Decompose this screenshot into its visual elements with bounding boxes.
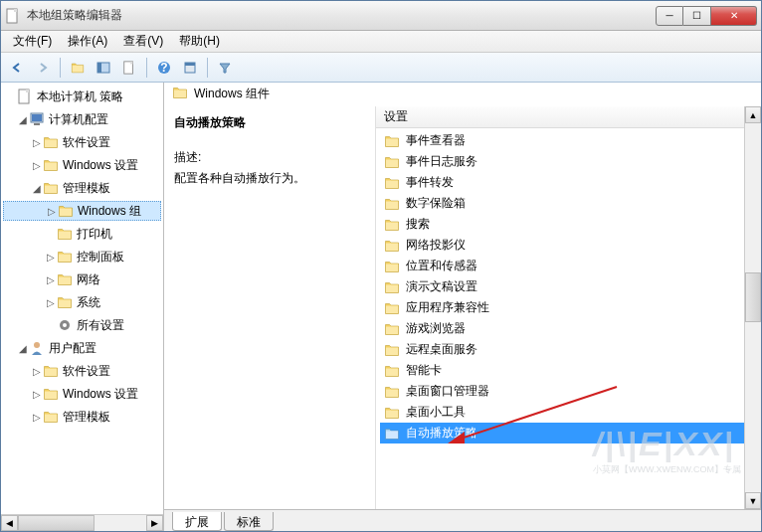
- list-item[interactable]: 位置和传感器: [380, 256, 757, 276]
- folder-icon: [384, 321, 400, 337]
- desc-label: 描述:: [174, 149, 365, 166]
- folder-icon: [384, 133, 400, 149]
- folder-icon: [384, 259, 400, 274]
- tree-network[interactable]: ▷网络: [3, 269, 161, 289]
- list-item[interactable]: 数字保险箱: [380, 193, 757, 214]
- folder-icon: [384, 217, 400, 233]
- tree-software-settings[interactable]: ▷软件设置: [3, 132, 161, 152]
- tree-u-admin[interactable]: ▷管理模板: [3, 407, 161, 427]
- up-button[interactable]: [66, 57, 90, 79]
- detail-pane: Windows 组件 自动播放策略 描述: 配置各种自动播放行为。 设置 事件查…: [164, 83, 761, 531]
- tree-system[interactable]: ▷系统: [3, 292, 161, 312]
- list-item[interactable]: 演示文稿设置: [380, 276, 757, 297]
- main-window: 本地组策略编辑器 ─ ☐ ✕ 文件(F) 操作(A) 查看(V) 帮助(H) ?…: [0, 0, 762, 532]
- menu-help[interactable]: 帮助(H): [171, 31, 228, 52]
- folder-icon: [384, 405, 400, 421]
- filter-button[interactable]: [213, 57, 237, 79]
- scroll-left-icon[interactable]: ◀: [1, 515, 18, 531]
- menubar: 文件(F) 操作(A) 查看(V) 帮助(H): [1, 31, 761, 53]
- folder-icon: [384, 363, 400, 379]
- list-body[interactable]: 事件查看器事件日志服务事件转发数字保险箱搜索网络投影仪位置和传感器演示文稿设置应…: [376, 128, 761, 509]
- folder-icon: [384, 238, 400, 254]
- svg-rect-12: [185, 63, 195, 66]
- settings-list-pane: 设置 事件查看器事件日志服务事件转发数字保险箱搜索网络投影仪位置和传感器演示文稿…: [375, 106, 761, 509]
- list-item[interactable]: 搜索: [380, 214, 757, 235]
- view-tabs: 扩展 标准: [164, 509, 761, 531]
- tree-root[interactable]: 本地计算机 策略: [3, 87, 161, 106]
- scroll-right-icon[interactable]: ▶: [146, 515, 163, 531]
- folder-icon: [384, 175, 400, 191]
- path-header: Windows 组件: [164, 83, 761, 106]
- minimize-button[interactable]: ─: [656, 6, 683, 26]
- description-pane: 自动播放策略 描述: 配置各种自动播放行为。: [164, 106, 375, 509]
- tree-windows-settings[interactable]: ▷Windows 设置: [3, 155, 161, 175]
- properties-button[interactable]: [178, 57, 202, 79]
- list-item[interactable]: 智能卡: [380, 360, 757, 381]
- policy-tree[interactable]: 本地计算机 策略 ◢计算机配置 ▷软件设置 ▷Windows 设置 ◢管理模板 …: [1, 83, 163, 514]
- tree-all-settings[interactable]: 所有设置: [3, 315, 161, 335]
- show-hide-tree-button[interactable]: [92, 57, 115, 79]
- list-item[interactable]: 事件查看器: [380, 130, 757, 151]
- menu-action[interactable]: 操作(A): [60, 31, 115, 52]
- help-button[interactable]: ?: [152, 57, 176, 79]
- tree-hscroll[interactable]: ◀ ▶: [1, 514, 163, 531]
- svg-point-13: [34, 342, 40, 348]
- folder-icon: [172, 85, 188, 103]
- list-item[interactable]: 游戏浏览器: [380, 318, 757, 339]
- folder-icon: [384, 426, 400, 442]
- tree-user-config[interactable]: ◢用户配置: [3, 338, 161, 358]
- toolbar: ?: [1, 53, 761, 83]
- forward-button[interactable]: [31, 57, 55, 79]
- folder-icon: [384, 196, 400, 212]
- scroll-vthumb[interactable]: [745, 272, 761, 322]
- window-title: 本地组策略编辑器: [27, 7, 656, 24]
- desc-heading: 自动播放策略: [174, 114, 365, 131]
- export-button[interactable]: [117, 57, 141, 79]
- scroll-down-icon[interactable]: ▼: [745, 492, 761, 509]
- folder-icon: [384, 300, 400, 316]
- list-item[interactable]: 自动播放策略: [380, 423, 757, 443]
- svg-rect-8: [97, 63, 101, 73]
- list-item[interactable]: 远程桌面服务: [380, 339, 757, 360]
- tree-pane: 本地计算机 策略 ◢计算机配置 ▷软件设置 ▷Windows 设置 ◢管理模板 …: [1, 83, 164, 531]
- tree-control-panel[interactable]: ▷控制面板: [3, 247, 161, 266]
- tab-extended[interactable]: 扩展: [172, 512, 222, 531]
- menu-view[interactable]: 查看(V): [115, 31, 171, 52]
- svg-text:?: ?: [160, 61, 167, 75]
- app-icon: [5, 8, 21, 24]
- scroll-up-icon[interactable]: ▲: [745, 106, 761, 123]
- path-label: Windows 组件: [194, 86, 270, 102]
- titlebar: 本地组策略编辑器 ─ ☐ ✕: [1, 1, 761, 31]
- tree-windows-components[interactable]: ▷Windows 组: [3, 201, 161, 221]
- list-item[interactable]: 事件日志服务: [380, 151, 757, 172]
- close-button[interactable]: ✕: [711, 6, 757, 26]
- list-item[interactable]: 应用程序兼容性: [380, 297, 757, 318]
- list-item[interactable]: 桌面小工具: [380, 402, 757, 423]
- maximize-button[interactable]: ☐: [683, 6, 711, 26]
- folder-icon: [384, 279, 400, 295]
- list-item[interactable]: 网络投影仪: [380, 235, 757, 256]
- back-button[interactable]: [5, 57, 29, 79]
- scroll-thumb[interactable]: [18, 515, 95, 531]
- tree-u-windows[interactable]: ▷Windows 设置: [3, 384, 161, 404]
- tree-u-software[interactable]: ▷软件设置: [3, 361, 161, 381]
- folder-icon: [384, 342, 400, 358]
- tree-admin-templates[interactable]: ◢管理模板: [3, 178, 161, 198]
- menu-file[interactable]: 文件(F): [5, 31, 60, 52]
- tree-computer-config[interactable]: ◢计算机配置: [3, 109, 161, 129]
- desc-text: 配置各种自动播放行为。: [174, 170, 365, 187]
- tree-printers[interactable]: 打印机: [3, 224, 161, 244]
- list-item[interactable]: 桌面窗口管理器: [380, 381, 757, 402]
- tab-standard[interactable]: 标准: [224, 512, 274, 531]
- list-vscroll[interactable]: ▲ ▼: [744, 106, 761, 509]
- list-item[interactable]: 事件转发: [380, 172, 757, 193]
- folder-icon: [384, 154, 400, 170]
- list-header[interactable]: 设置: [376, 106, 761, 128]
- folder-icon: [384, 384, 400, 400]
